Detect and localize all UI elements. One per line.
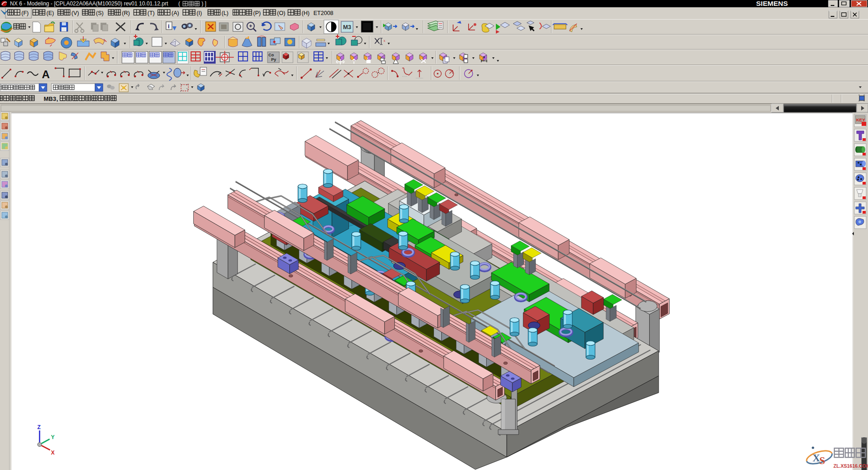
- svg-text:Z: Z: [37, 424, 40, 430]
- svg-text:S: S: [819, 455, 825, 466]
- svg-text:(S): (S): [96, 10, 104, 16]
- svg-text:(A): (A): [172, 10, 179, 16]
- svg-text:,: ,: [56, 95, 58, 102]
- svg-text:i: i: [168, 23, 170, 30]
- svg-text:(V): (V): [71, 10, 79, 16]
- svg-text:MB3: MB3: [44, 95, 56, 102]
- svg-text:(T): (T): [147, 10, 155, 16]
- svg-text:KEY: KEY: [856, 117, 865, 122]
- svg-text:A: A: [42, 68, 50, 80]
- svg-text:X: X: [51, 450, 55, 456]
- svg-text:(F): (F): [21, 10, 29, 16]
- svg-text:(P): (P): [253, 10, 261, 16]
- svg-text:Py: Py: [271, 57, 276, 62]
- svg-text:(L): (L): [222, 10, 228, 16]
- svg-text:NX 6 - Modeling - [CPLA022A06A: NX 6 - Modeling - [CPLA022A06AA(M100250)…: [10, 0, 168, 7]
- svg-text:x: x: [384, 39, 385, 43]
- svg-text:ZL.XS1616.COM: ZL.XS1616.COM: [833, 463, 868, 469]
- svg-text:(O): (O): [277, 10, 285, 16]
- svg-text:(I): (I): [197, 10, 202, 16]
- svg-text:(H): (H): [302, 10, 309, 16]
- svg-text:(R): (R): [122, 10, 130, 16]
- svg-text:(E): (E): [46, 10, 54, 16]
- svg-text:Co: Co: [268, 53, 274, 57]
- svg-text:ET2008: ET2008: [313, 10, 333, 16]
- svg-text:(: (: [178, 0, 180, 7]
- svg-text:Y: Y: [51, 434, 55, 440]
- svg-text:x: x: [483, 55, 485, 59]
- svg-text:) ]: ) ]: [202, 0, 207, 7]
- svg-text:SIEMENS: SIEMENS: [756, 0, 788, 7]
- svg-text:M3: M3: [343, 24, 351, 30]
